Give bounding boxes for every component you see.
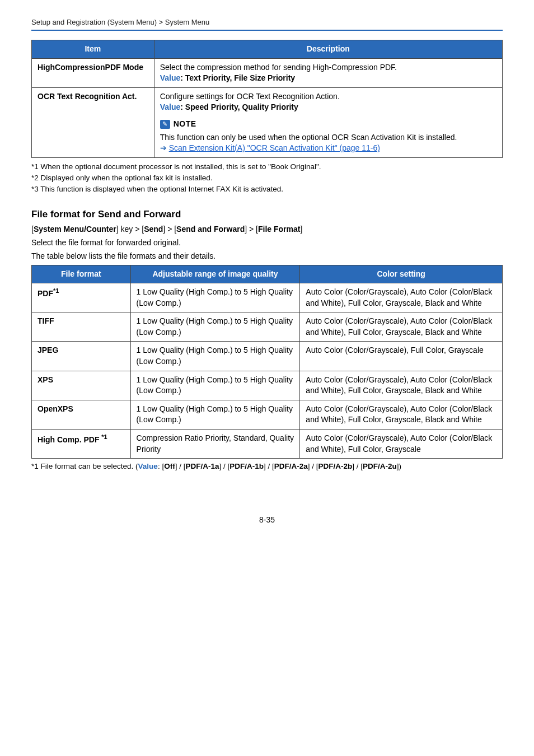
format-jpeg-color: Auto Color (Color/Grayscale), Full Color… <box>300 342 503 371</box>
table2-header-file-format: File format <box>32 265 131 283</box>
high-compression-pdf-mode-description: Select the compression method for sendin… <box>154 58 502 87</box>
format-xps: XPS <box>32 371 131 400</box>
paragraph-2: The table below lists the file formats a… <box>31 251 503 260</box>
item-description-table: Item Description HighCompressionPDF Mode… <box>31 40 503 158</box>
paragraph-1: Select the file format for forwarded ori… <box>31 238 503 247</box>
format-pdf-color: Auto Color (Color/Grayscale), Auto Color… <box>300 283 503 312</box>
table-row: XPS1 Low Quality (High Comp.) to 5 High … <box>32 371 503 400</box>
table2-header-color: Color setting <box>300 265 503 283</box>
scan-extension-kit-link[interactable]: Scan Extension Kit(A) "OCR Scan Activati… <box>169 143 380 152</box>
link-arrow-icon: ➔ <box>160 143 167 152</box>
table1-header-description: Description <box>154 40 502 59</box>
page-number: 8-35 <box>31 515 503 524</box>
table-row: HighCompressionPDF ModeSelect the compre… <box>32 58 503 87</box>
format-tiff-color: Auto Color (Color/Grayscale), Auto Color… <box>300 312 503 342</box>
format-jpeg: JPEG <box>32 342 131 371</box>
section-title: File format for Send and Forward <box>31 209 503 220</box>
footnote-1: *1 When the optional document processor … <box>31 161 503 172</box>
table-row: OpenXPS1 Low Quality (High Comp.) to 5 H… <box>32 400 503 429</box>
table-row: High Comp. PDF *1Compression Ratio Prior… <box>32 430 503 459</box>
header-divider <box>31 30 503 31</box>
note-icon: ✎ <box>160 120 170 129</box>
ocr-text-recognition-act-description: Configure settings for OCR Text Recognit… <box>154 87 502 157</box>
table-row: OCR Text Recognition Act.Configure setti… <box>32 87 503 157</box>
table-row: PDF*11 Low Quality (High Comp.) to 5 Hig… <box>32 283 503 312</box>
format-openxps-range: 1 Low Quality (High Comp.) to 5 High Qua… <box>130 400 300 429</box>
footnote-2: *2 Displayed only when the optional fax … <box>31 172 503 184</box>
format-openxps: OpenXPS <box>32 400 131 429</box>
table-row: TIFF1 Low Quality (High Comp.) to 5 High… <box>32 312 503 342</box>
footnotes-block-1: *1 When the optional document processor … <box>31 161 503 195</box>
high-compression-pdf-mode: HighCompressionPDF Mode <box>32 58 154 87</box>
table-row: JPEG1 Low Quality (High Comp.) to 5 High… <box>32 342 503 371</box>
format-high-comp-pdf-range: Compression Ratio Priority, Standard, Qu… <box>130 430 300 459</box>
format-tiff-range: 1 Low Quality (High Comp.) to 5 High Qua… <box>130 312 300 342</box>
format-xps-color: Auto Color (Color/Grayscale), Auto Color… <box>300 371 503 400</box>
format-jpeg-range: 1 Low Quality (High Comp.) to 5 High Qua… <box>130 342 300 371</box>
format-high-comp-pdf: High Comp. PDF *1 <box>32 430 131 459</box>
breadcrumb: Setup and Registration (System Menu) > S… <box>31 18 503 26</box>
ocr-text-recognition-act: OCR Text Recognition Act. <box>32 87 154 157</box>
footnote-3: *3 This function is displayed when the o… <box>31 184 503 195</box>
format-pdf: PDF*1 <box>32 283 131 312</box>
format-pdf-range: 1 Low Quality (High Comp.) to 5 High Qua… <box>130 283 300 312</box>
file-format-table: File format Adjustable range of image qu… <box>31 265 503 459</box>
footnote-block-2: *1 File format can be selected. (Value: … <box>31 462 503 470</box>
table2-header-range: Adjustable range of image quality <box>130 265 300 283</box>
format-high-comp-pdf-color: Auto Color (Color/Grayscale), Auto Color… <box>300 430 503 459</box>
note-label: NOTE <box>174 119 196 130</box>
format-tiff: TIFF <box>32 312 131 342</box>
format-xps-range: 1 Low Quality (High Comp.) to 5 High Qua… <box>130 371 300 400</box>
format-openxps-color: Auto Color (Color/Grayscale), Auto Color… <box>300 400 503 429</box>
table1-header-item: Item <box>32 40 154 59</box>
menu-path: [System Menu/Counter] key > [Send] > [Se… <box>31 225 503 234</box>
